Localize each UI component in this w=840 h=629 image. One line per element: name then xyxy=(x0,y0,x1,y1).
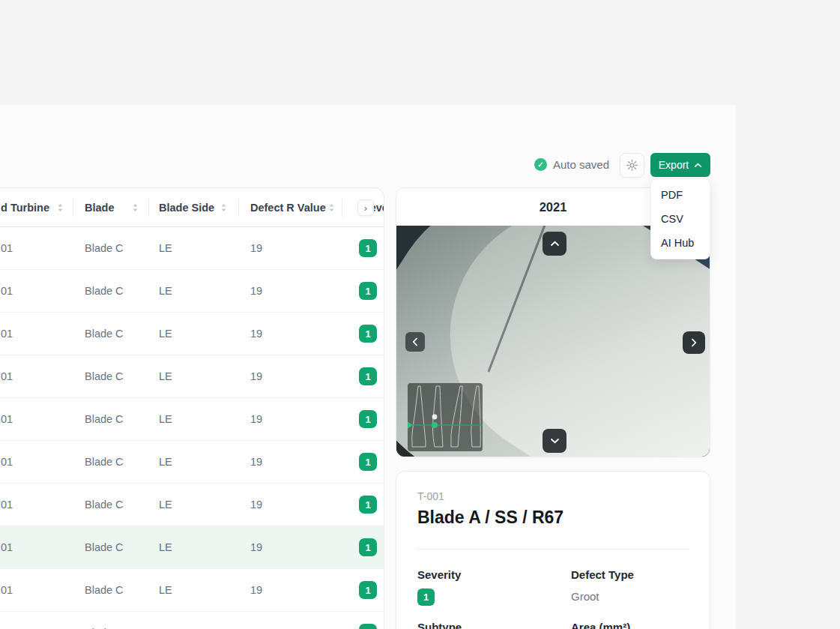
cell-blade-side: LE xyxy=(159,499,172,511)
cell-wind-turbine: 01 xyxy=(1,541,13,553)
table-header-row: d Turbine Blade Blade Side Defect R Valu… xyxy=(0,188,384,227)
severity-badge: 1 xyxy=(359,325,377,343)
header-divider xyxy=(148,199,149,217)
header-blade[interactable]: Blade xyxy=(85,202,115,214)
cell-blade-side: LE xyxy=(159,328,172,340)
cell-blade-side: LE xyxy=(159,285,172,297)
header-defect-r-value[interactable]: Defect R Value xyxy=(250,202,326,214)
gear-icon xyxy=(626,159,638,172)
table-row[interactable]: 01Blade CLE191 xyxy=(0,313,384,355)
cell-defect-r-value: 19 xyxy=(250,541,262,553)
defect-table-card: d Turbine Blade Blade Side Defect R Valu… xyxy=(0,187,384,629)
severity-badge: 1 xyxy=(359,367,377,385)
header-divider xyxy=(73,199,73,217)
header-blade-side[interactable]: Blade Side xyxy=(159,202,214,214)
cell-blade: Blade C xyxy=(85,541,124,553)
cell-blade: Blade C xyxy=(85,370,124,382)
settings-button[interactable] xyxy=(620,153,644,178)
radius-marker-triangle xyxy=(408,422,413,429)
header-divider xyxy=(238,199,239,217)
field-label-subtype: Subtype xyxy=(417,621,462,629)
field-value-defect-type: Groot xyxy=(571,590,599,603)
blade-outlines-graphic xyxy=(408,383,483,451)
menu-item-ai-hub[interactable]: AI Hub xyxy=(651,231,710,255)
table-row[interactable]: 01Blade CLE191 xyxy=(0,569,384,612)
sort-icon[interactable] xyxy=(56,203,64,212)
photo-down-button[interactable] xyxy=(543,429,566,453)
table-row[interactable]: 01Blade CLE191 xyxy=(0,441,384,484)
table-row[interactable]: 01Blade CLE191 xyxy=(0,355,384,398)
table-row[interactable]: 01Blade CLE191 xyxy=(0,484,384,526)
chevron-up-icon xyxy=(550,241,560,247)
turbine-id: T-001 xyxy=(417,490,444,502)
autosave-indicator: ✓ Auto saved xyxy=(534,158,609,171)
check-circle-icon: ✓ xyxy=(534,158,547,171)
cell-wind-turbine: 01 xyxy=(1,499,13,511)
table-row[interactable]: 01Blade CLE191 xyxy=(0,270,384,313)
table-body: 01Blade CLE19101Blade CLE19101Blade CLE1… xyxy=(0,227,384,629)
export-dropdown-menu: PDF CSV AI Hub xyxy=(650,178,710,259)
cell-defect-r-value: 19 xyxy=(250,499,262,511)
blade-minimap-overlay[interactable] xyxy=(408,383,483,451)
menu-item-pdf[interactable]: PDF xyxy=(651,183,710,207)
field-label-defect-type: Defect Type xyxy=(571,568,634,581)
table-scroll-right-button[interactable]: › xyxy=(357,199,374,216)
field-label-severity: Severity xyxy=(417,568,461,581)
chevron-right-icon xyxy=(691,338,697,347)
page: ✓ Auto saved Export PDF CSV AI Hub d Tur… xyxy=(0,0,840,629)
cell-defect-r-value: 19 xyxy=(250,584,262,596)
cell-blade-side: LE xyxy=(159,242,172,254)
divider xyxy=(417,549,690,550)
cell-blade: Blade C xyxy=(85,413,124,425)
cell-defect-r-value: 19 xyxy=(250,328,262,340)
severity-badge: 1 xyxy=(359,624,377,629)
cell-defect-r-value: 19 xyxy=(250,242,262,254)
severity-badge: 1 xyxy=(359,496,377,514)
severity-badge: 1 xyxy=(359,410,377,428)
field-label-area: Area (mm²) xyxy=(571,621,630,629)
table-row[interactable]: 01Blade CLE191 xyxy=(0,526,384,569)
menu-item-csv[interactable]: CSV xyxy=(651,207,710,231)
photo-up-button[interactable] xyxy=(543,232,566,256)
export-button-label: Export xyxy=(659,159,689,171)
cell-blade-side: LE xyxy=(159,413,172,425)
table-row[interactable]: 01Blade CLE191 xyxy=(0,398,384,441)
photo-prev-button[interactable] xyxy=(405,332,425,352)
cell-defect-r-value: 19 xyxy=(250,285,262,297)
table-row[interactable]: 01Blade CLE191 xyxy=(0,612,384,629)
table-row[interactable]: 01Blade CLE191 xyxy=(0,227,384,270)
severity-badge: 1 xyxy=(359,239,377,257)
chevron-right-icon: › xyxy=(364,202,367,214)
severity-badge: 1 xyxy=(359,282,377,300)
defect-dot-white xyxy=(432,415,438,420)
chevron-left-icon xyxy=(412,337,418,346)
cell-wind-turbine: 01 xyxy=(1,370,13,382)
cell-blade-side: LE xyxy=(159,584,172,596)
autosave-label: Auto saved xyxy=(553,158,609,171)
cell-blade: Blade C xyxy=(85,584,124,596)
cell-wind-turbine: 01 xyxy=(1,242,13,254)
cell-wind-turbine: 01 xyxy=(1,456,13,468)
severity-badge: 1 xyxy=(359,453,377,471)
photo-next-button[interactable] xyxy=(683,331,705,354)
cell-defect-r-value: 19 xyxy=(250,413,262,425)
cell-blade: Blade C xyxy=(85,242,124,254)
cell-wind-turbine: 01 xyxy=(1,328,13,340)
cell-wind-turbine: 01 xyxy=(1,584,13,596)
sort-icon[interactable] xyxy=(327,203,336,212)
header-wind-turbine[interactable]: d Turbine xyxy=(1,202,49,214)
cell-defect-r-value: 19 xyxy=(250,456,262,468)
cell-blade: Blade C xyxy=(85,285,124,297)
severity-badge: 1 xyxy=(359,538,377,556)
chevron-down-icon xyxy=(550,438,560,444)
export-button[interactable]: Export xyxy=(650,153,710,177)
defect-detail-card: T-001 Blade A / SS / R67 Severity Defect… xyxy=(396,471,710,629)
severity-badge: 1 xyxy=(417,589,435,606)
defect-dot-green xyxy=(432,422,438,428)
sort-icon[interactable] xyxy=(220,203,228,212)
defect-photo[interactable] xyxy=(396,226,710,457)
cell-blade: Blade C xyxy=(85,499,124,511)
sort-icon[interactable] xyxy=(131,203,139,212)
cell-wind-turbine: 01 xyxy=(1,413,13,425)
cell-wind-turbine: 01 xyxy=(1,285,13,297)
